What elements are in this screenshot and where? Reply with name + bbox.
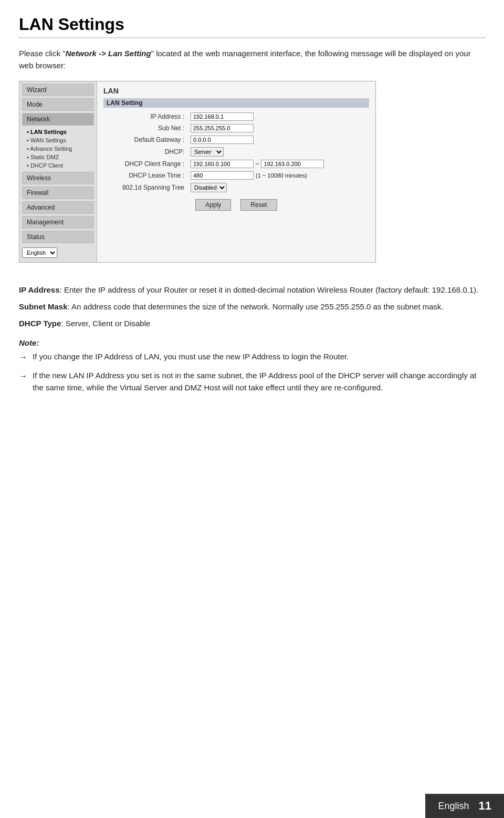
ip-address-desc-text: : Enter the IP address of your Router or… — [60, 285, 479, 294]
gateway-label: Default Gateway : — [103, 134, 187, 146]
lease-time-input[interactable] — [191, 171, 254, 180]
spanning-tree-select[interactable]: Disabled Enabled — [191, 183, 227, 192]
setting-section-title: LAN Setting — [103, 98, 369, 108]
sidebar-sub-dhcp-client[interactable]: DHCP Client — [19, 161, 97, 170]
router-ui-screenshot: Wizard Mode Network LAN Settings WAN Set… — [19, 81, 376, 263]
dhcp-select[interactable]: Server Client Disable — [191, 147, 224, 157]
dhcp-row: DHCP: Server Client Disable — [103, 146, 369, 158]
router-sidebar: Wizard Mode Network LAN Settings WAN Set… — [19, 81, 97, 262]
note-arrow-1: → — [19, 351, 27, 364]
sidebar-item-mode[interactable]: Mode — [22, 98, 94, 111]
sidebar-language[interactable]: English — [22, 247, 94, 258]
lease-time-container: (1 ~ 10080 minutes) — [191, 171, 366, 180]
footer-lang-label: English — [438, 801, 469, 812]
subnet-label: Sub Net : — [103, 122, 187, 134]
dhcp-range-label: DHCP Client Range : — [103, 158, 187, 170]
form-button-row: Apply Reset — [103, 199, 369, 211]
router-main-content: LAN LAN Setting IP Address : Sub Net : D… — [97, 81, 375, 262]
gateway-input[interactable] — [191, 136, 254, 144]
footer-lang-badge: English 11 — [425, 794, 504, 818]
lan-settings-form: IP Address : Sub Net : Default Gateway : — [103, 111, 369, 194]
language-select[interactable]: English — [22, 247, 57, 258]
note-section: Note: → If you change the IP Address of … — [19, 338, 485, 394]
dhcp-range-separator: ~ — [256, 161, 259, 167]
dhcp-type-desc: DHCP Type: Server, Client or Disable — [19, 317, 485, 330]
dhcp-range-row: DHCP Client Range : ~ — [103, 158, 369, 170]
sidebar-item-advanced[interactable]: Advanced — [22, 201, 94, 214]
ip-address-input[interactable] — [191, 112, 254, 121]
subnet-row: Sub Net : — [103, 122, 369, 134]
spanning-tree-label: 802.1d Spanning Tree — [103, 181, 187, 194]
note-item-1: → If you change the IP Address of LAN, y… — [19, 350, 485, 364]
divider — [19, 37, 485, 38]
sidebar-item-network[interactable]: Network — [22, 113, 94, 126]
intro-text: Please click "Network -> Lan Setting" lo… — [19, 48, 485, 71]
sidebar-sub-lan-settings[interactable]: LAN Settings — [19, 128, 97, 136]
footer-page-number: 11 — [479, 799, 491, 813]
subnet-mask-desc-label: Subnet Mask — [19, 302, 68, 311]
spanning-tree-row: 802.1d Spanning Tree Disabled Enabled — [103, 181, 369, 194]
ip-address-label: IP Address : — [103, 111, 187, 122]
dhcp-label: DHCP: — [103, 146, 187, 158]
subnet-input[interactable] — [191, 124, 254, 132]
subnet-mask-desc: Subnet Mask: An address code that determ… — [19, 301, 485, 313]
dhcp-type-desc-label: DHCP Type — [19, 319, 61, 328]
dhcp-type-desc-text: : Server, Client or Disable — [61, 319, 150, 328]
description-section: IP Address: Enter the IP address of your… — [19, 284, 485, 330]
sidebar-item-wizard[interactable]: Wizard — [22, 84, 94, 96]
ip-address-desc: IP Address: Enter the IP address of your… — [19, 284, 485, 296]
dhcp-range-start-input[interactable] — [191, 160, 254, 168]
ip-address-desc-label: IP Address — [19, 285, 60, 294]
sidebar-item-status[interactable]: Status — [22, 231, 94, 243]
note-title: Note: — [19, 338, 485, 347]
reset-button[interactable]: Reset — [240, 199, 277, 211]
page-title: LAN Settings — [19, 15, 485, 34]
dhcp-range-container: ~ — [191, 160, 366, 168]
sidebar-sub-static-dmz[interactable]: Static DMZ — [19, 153, 97, 161]
page-footer: English 11 — [0, 794, 504, 818]
note-item-2: → If the new LAN IP Address you set is n… — [19, 369, 485, 394]
lease-time-note: (1 ~ 10080 minutes) — [256, 172, 307, 179]
router-main-title: LAN — [103, 87, 369, 95]
gateway-row: Default Gateway : — [103, 134, 369, 146]
note-text-1: If you change the IP Address of LAN, you… — [33, 350, 485, 363]
note-arrow-2: → — [19, 370, 27, 383]
ip-address-row: IP Address : — [103, 111, 369, 122]
sidebar-item-wireless[interactable]: Wireless — [22, 172, 94, 184]
lease-time-label: DHCP Lease Time : — [103, 170, 187, 181]
dhcp-range-end-input[interactable] — [261, 160, 324, 168]
subnet-mask-desc-text: : An address code that determines the si… — [68, 302, 444, 311]
sidebar-sub-wan-settings[interactable]: WAN Settings — [19, 136, 97, 144]
note-text-2: If the new LAN IP Address you set is not… — [33, 369, 485, 394]
apply-button[interactable]: Apply — [195, 199, 231, 211]
sidebar-item-firewall[interactable]: Firewall — [22, 187, 94, 199]
sidebar-sub-advance-setting[interactable]: Advance Setting — [19, 144, 97, 153]
sidebar-item-management[interactable]: Management — [22, 216, 94, 229]
lease-time-row: DHCP Lease Time : (1 ~ 10080 minutes) — [103, 170, 369, 181]
page-content: LAN Settings Please click "Network -> La… — [0, 0, 504, 430]
